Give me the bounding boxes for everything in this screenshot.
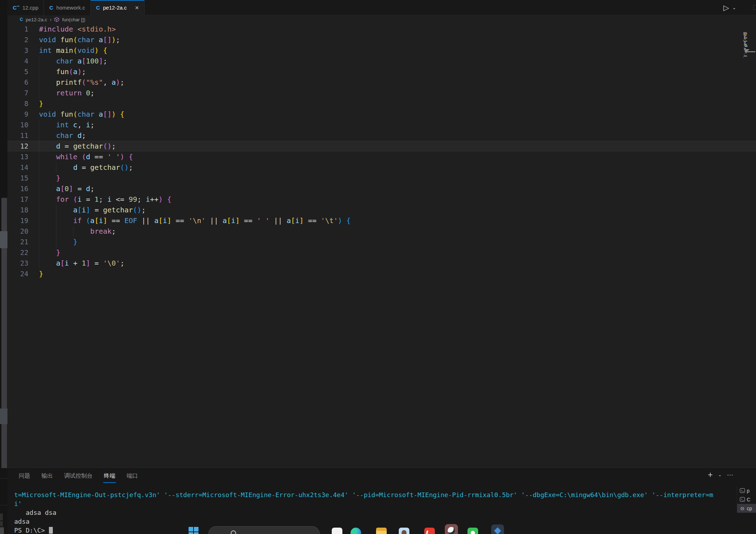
- code-line[interactable]: 20break;: [7, 226, 756, 237]
- background-scrollbar-highlight: [0, 408, 7, 424]
- code-line[interactable]: 22}: [7, 247, 756, 258]
- run-button[interactable]: ▷: [723, 4, 729, 11]
- close-icon[interactable]: ✕: [135, 5, 139, 10]
- taskbar-app-green-icon[interactable]: [467, 528, 478, 534]
- panel-actions: + ⌄ ⋯: [708, 471, 733, 479]
- line-number[interactable]: 1: [7, 24, 28, 34]
- line-number[interactable]: 16: [7, 183, 28, 194]
- line-number[interactable]: 21: [7, 237, 28, 247]
- indent-guide: [39, 226, 39, 237]
- line-number[interactable]: 22: [7, 247, 28, 258]
- run-chevron[interactable]: ⌄: [732, 5, 736, 10]
- line-number[interactable]: 5: [7, 66, 28, 77]
- divider: [0, 478, 7, 479]
- panel-tab-output[interactable]: 输出: [41, 472, 53, 483]
- windows-start-icon[interactable]: [189, 527, 198, 534]
- indent-guide: [39, 247, 39, 258]
- panel-tab-ports[interactable]: 端口: [127, 472, 138, 483]
- line-number[interactable]: 6: [7, 77, 28, 88]
- line-number[interactable]: 7: [7, 88, 28, 98]
- line-number[interactable]: 17: [7, 194, 28, 205]
- panel-tab-debug-console[interactable]: 调试控制台: [64, 472, 93, 483]
- indent-guide: [39, 237, 39, 247]
- line-number[interactable]: 10: [7, 119, 28, 130]
- indent-guide: [56, 215, 56, 226]
- debug-icon: [740, 506, 745, 511]
- tab-pe12-2a-c[interactable]: C pe12-2a.c ✕: [91, 0, 145, 15]
- breadcrumb-file[interactable]: pe12-2a.c: [26, 17, 47, 22]
- line-number[interactable]: 9: [7, 109, 28, 119]
- code-line[interactable]: 23a[i + 1] = '\0';: [7, 258, 756, 268]
- line-number[interactable]: 23: [7, 258, 28, 268]
- terminal-instance-row[interactable]: C: [737, 495, 756, 504]
- code-line[interactable]: 18a[i] = getchar();: [7, 205, 756, 215]
- line-number[interactable]: 13: [7, 151, 28, 162]
- panel-tab-terminal[interactable]: 终端: [104, 472, 115, 483]
- line-number[interactable]: 8: [7, 98, 28, 109]
- taskbar-search-box[interactable]: [208, 526, 320, 534]
- line-number[interactable]: 3: [7, 45, 28, 56]
- tab-12cpp[interactable]: C++ 12.cpp: [7, 0, 44, 15]
- code-line[interactable]: 21}: [7, 237, 756, 247]
- code-line[interactable]: 9void fun(char a[]) {: [7, 109, 756, 119]
- code-line[interactable]: 12d = getchar();: [7, 141, 756, 151]
- taskbar-app-maroon-icon[interactable]: [445, 524, 458, 534]
- taskbar-app-white-icon[interactable]: [332, 528, 342, 534]
- code-line[interactable]: 1#include <stdio.h>: [7, 24, 756, 34]
- divider: [0, 505, 7, 505]
- line-number[interactable]: 24: [7, 268, 28, 279]
- code-line[interactable]: 11char d;: [7, 130, 756, 141]
- code-line[interactable]: 3int main(void) {: [7, 45, 756, 56]
- more-icon[interactable]: ⋯: [727, 471, 733, 479]
- tab-homework-c[interactable]: C homework.c: [44, 0, 91, 15]
- code-line[interactable]: 24}: [7, 268, 756, 279]
- breadcrumb-symbol[interactable]: fun(char []): [62, 17, 85, 22]
- terminal-instance-row[interactable]: p: [737, 486, 756, 495]
- code-line[interactable]: 7return 0;: [7, 88, 756, 98]
- code-line[interactable]: 2void fun(char a[]);: [7, 34, 756, 45]
- code-line[interactable]: 15}: [7, 173, 756, 183]
- line-number[interactable]: 2: [7, 34, 28, 45]
- line-number[interactable]: 15: [7, 173, 28, 183]
- code-line[interactable]: 19if (a[i] == EOF || a[i] == '\n' || a[i…: [7, 215, 756, 226]
- line-number[interactable]: 14: [7, 162, 28, 173]
- line-number[interactable]: 20: [7, 226, 28, 237]
- active-tab-indicator: [91, 0, 144, 1]
- panel-tab-problems[interactable]: 问题: [19, 472, 30, 483]
- code-line[interactable]: 10int c, i;: [7, 119, 756, 130]
- background-window-sliver: [0, 0, 7, 534]
- taskbar-app-avatar-icon[interactable]: [399, 528, 409, 534]
- c-file-icon: C: [49, 5, 53, 10]
- code-line[interactable]: 14d = getchar();: [7, 162, 756, 173]
- indent-guide: [56, 205, 56, 215]
- tab-label: 12.cpp: [22, 5, 38, 11]
- tab-label: homework.c: [56, 5, 85, 11]
- code-line[interactable]: 5fun(a);: [7, 66, 756, 77]
- line-number[interactable]: 12: [7, 141, 28, 151]
- indent-guide: [39, 119, 39, 130]
- line-number[interactable]: 11: [7, 130, 28, 141]
- line-number[interactable]: 19: [7, 215, 28, 226]
- chevron-down-icon[interactable]: ⌄: [718, 472, 722, 477]
- code-line[interactable]: 16a[0] = d;: [7, 183, 756, 194]
- file-explorer-icon[interactable]: [376, 528, 387, 534]
- line-number[interactable]: 4: [7, 56, 28, 66]
- terminal-instance-row-selected[interactable]: cp: [737, 504, 756, 513]
- taskbar-app-blue-icon[interactable]: [491, 524, 504, 534]
- line-number[interactable]: 18: [7, 205, 28, 215]
- minimap[interactable]: [743, 32, 755, 58]
- taskbar-app-red-icon[interactable]: [424, 528, 435, 534]
- c-file-icon: C: [96, 5, 100, 10]
- bottom-panel: 问题 输出 调试控制台 终端 端口 + ⌄ ⋯ t=Microsoft-MIEn…: [7, 467, 756, 534]
- code-line[interactable]: 8}: [7, 98, 756, 109]
- code-line[interactable]: 4char a[100];: [7, 56, 756, 66]
- new-terminal-icon[interactable]: +: [708, 471, 713, 479]
- terminal-output[interactable]: t=Microsoft-MIEngine-Out-pstcjefq.v3n' '…: [14, 490, 736, 534]
- code-line[interactable]: 13while (d == ' ') {: [7, 151, 756, 162]
- code-editor[interactable]: 1#include <stdio.h>2void fun(char a[]);3…: [7, 24, 756, 467]
- code-line[interactable]: 6printf("%s", a);: [7, 77, 756, 88]
- background-scrollbar-highlight: [0, 231, 7, 248]
- terminal-instance-list: p C cp: [737, 486, 756, 513]
- code-line[interactable]: 17for (i = 1; i <= 99; i++) {: [7, 194, 756, 205]
- terminal-icon: [740, 488, 745, 493]
